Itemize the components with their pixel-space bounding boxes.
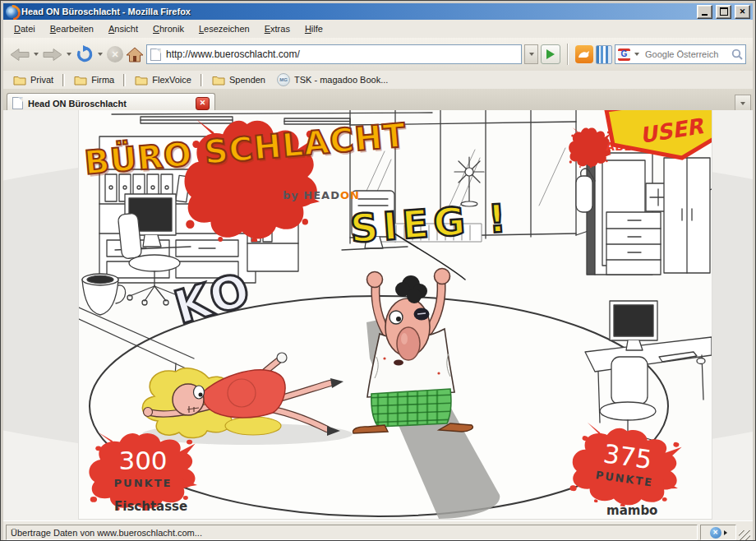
home-button[interactable] (126, 43, 144, 66)
window-title: Head ON Büroschlacht - Mozilla Firefox (21, 7, 694, 16)
close-icon: ✕ (740, 7, 746, 16)
extension-fox-icon[interactable] (575, 45, 593, 63)
close-icon: ✕ (200, 99, 206, 107)
search-input[interactable] (643, 49, 729, 60)
bookmark-folder-spenden[interactable]: Spenden (207, 73, 270, 87)
browser-viewport: BÜRO SCHLACHT by HEADON SIEG ! KO ABBREC… (3, 110, 753, 520)
folder-icon (13, 75, 26, 86)
reload-button[interactable] (76, 43, 94, 66)
menu-hilfe[interactable]: Hilfe (297, 21, 330, 36)
tab-list-caret (740, 102, 745, 105)
search-engine-icon[interactable]: G (618, 49, 630, 61)
menu-extras[interactable]: Extras (257, 21, 297, 36)
status-bar: Übertrage Daten von www.bueroschlacht.co… (3, 520, 753, 541)
stop-icon: ✕ (107, 46, 123, 62)
bookmarks-toolbar: Privat Firma FlexVoice Spenden MG TSK - … (3, 71, 753, 90)
forward-arrow-icon (43, 48, 62, 62)
status-text: Übertrage Daten von www.bueroschlacht.co… (11, 528, 202, 538)
forward-button[interactable] (43, 43, 62, 66)
search-bar[interactable]: G (615, 44, 746, 64)
minimize-icon (702, 14, 708, 16)
player-name-right: mambo (606, 503, 657, 518)
maximize-icon (720, 7, 728, 16)
bookmark-folder-flexvoice[interactable]: FlexVoice (130, 73, 196, 87)
bookmark-tsk[interactable]: MG TSK - magadoo Book... (272, 72, 393, 88)
menu-lesezeichen[interactable]: Lesezeichen (191, 21, 257, 36)
folder-icon (135, 75, 148, 86)
extension-bookmark-icon[interactable] (596, 45, 612, 64)
bookmarks-separator (62, 74, 65, 86)
score-unit: PUNKTE (89, 477, 197, 489)
status-message-field: Übertrage Daten von www.bueroschlacht.co… (6, 525, 698, 540)
tab-page-icon (12, 97, 23, 109)
folder-icon (212, 75, 225, 86)
forward-history-caret[interactable] (67, 53, 71, 56)
maximize-button[interactable] (716, 5, 731, 19)
flash-game-area[interactable]: BÜRO SCHLACHT by HEADON SIEG ! KO ABBREC… (79, 110, 712, 519)
folder-icon (74, 75, 87, 86)
url-dropdown-button[interactable] (524, 44, 538, 64)
firefox-logo-icon (6, 6, 18, 18)
score-value: 300 (89, 446, 197, 475)
url-input[interactable] (164, 48, 518, 61)
page-icon (150, 49, 161, 61)
menu-bar: Datei Bearbeiten Ansicht Chronik Lesezei… (3, 20, 753, 39)
navigation-toolbar: ✕ G (3, 38, 753, 72)
reload-caret[interactable] (98, 53, 103, 56)
bookmark-folder-firma[interactable]: Firma (69, 73, 119, 87)
bookmarks-separator (123, 74, 126, 86)
fox-glyph (578, 49, 591, 59)
tab-title: Head ON Büroschlacht (28, 99, 191, 109)
home-icon (126, 47, 144, 62)
tab-close-button[interactable]: ✕ (196, 97, 210, 110)
search-engine-caret[interactable] (634, 53, 639, 56)
resize-grip[interactable] (739, 530, 750, 541)
extension-status-icon[interactable]: ✕ (710, 527, 721, 539)
headon-brand: ON (340, 189, 360, 201)
reload-icon (76, 45, 94, 63)
menu-ansicht[interactable]: Ansicht (101, 21, 145, 36)
user-banner[interactable]: USER (600, 110, 712, 166)
url-bar[interactable] (146, 44, 522, 64)
tsk-favicon: MG (277, 73, 290, 86)
browser-window: Head ON Büroschlacht - Mozilla Firefox ✕… (0, 0, 756, 541)
bookmark-folder-privat[interactable]: Privat (8, 73, 58, 87)
go-button[interactable] (541, 44, 560, 64)
menu-bearbeiten[interactable]: Bearbeiten (43, 21, 101, 36)
score-panel-right: 375 PUNKTE (567, 419, 685, 513)
url-dropdown-caret (529, 53, 534, 56)
go-icon (546, 49, 555, 59)
search-icon[interactable] (731, 49, 743, 60)
back-arrow-icon (10, 48, 30, 62)
back-button[interactable] (10, 43, 30, 66)
back-history-caret[interactable] (34, 53, 39, 56)
minimize-button[interactable] (697, 5, 712, 19)
bookmarks-separator (201, 74, 203, 86)
player-name-left: Fischtasse (114, 499, 187, 514)
menu-chronik[interactable]: Chronik (145, 21, 191, 36)
stop-button[interactable]: ✕ (107, 43, 123, 66)
menu-datei[interactable]: Datei (7, 21, 43, 36)
status-extension-panel[interactable]: ✕ (700, 525, 736, 540)
game-logo-byline: by HEADON (283, 189, 360, 201)
status-menu-arrow[interactable] (724, 530, 727, 535)
toolbar-separator (567, 44, 569, 65)
title-bar[interactable]: Head ON Büroschlacht - Mozilla Firefox ✕ (3, 3, 753, 20)
close-button[interactable]: ✕ (735, 5, 750, 19)
